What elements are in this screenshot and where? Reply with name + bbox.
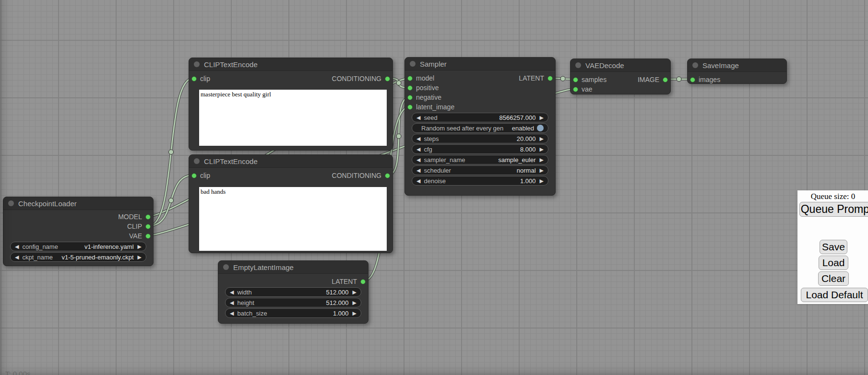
clear-button[interactable]: Clear [818, 271, 849, 286]
input-slot-vae[interactable] [573, 87, 578, 92]
increment-arrow-icon[interactable]: ▶ [353, 290, 357, 295]
node-vae-decode[interactable]: VAEDecode samples IMAGE vae [570, 59, 671, 94]
slot-row: CLIP [3, 222, 153, 231]
output-slot-clip[interactable] [145, 224, 151, 229]
node-title-bar[interactable]: VAEDecode [571, 59, 670, 72]
node-title-bar[interactable]: EmptyLatentImage [218, 261, 368, 274]
collapse-dot-icon[interactable] [194, 61, 200, 67]
output-slot-image[interactable] [663, 77, 668, 82]
widget-sampler-name[interactable]: ◀ sampler_name sample_euler ▶ [412, 155, 548, 164]
increment-arrow-icon[interactable]: ▶ [353, 311, 357, 316]
collapse-dot-icon[interactable] [410, 61, 416, 67]
load-default-button[interactable]: Load Default [801, 288, 868, 302]
decrement-arrow-icon[interactable]: ◀ [416, 136, 420, 141]
node-title: VAEDecode [585, 61, 624, 70]
collapse-dot-icon[interactable] [692, 62, 698, 68]
increment-arrow-icon[interactable]: ▶ [540, 147, 544, 152]
toggle-circle-icon[interactable] [537, 125, 544, 131]
collapse-dot-icon[interactable] [8, 200, 14, 206]
node-title-bar[interactable]: Sampler [405, 58, 555, 70]
node-title-bar[interactable]: CheckpointLoader [3, 197, 153, 210]
input-slot-model[interactable] [407, 76, 413, 81]
widget-config-name[interactable]: ◀ config_name v1-inference.yaml ▶ [10, 242, 146, 251]
input-slot-positive[interactable] [407, 85, 413, 91]
node-title-bar[interactable]: CLIPTextEncode [189, 155, 392, 168]
decrement-arrow-icon[interactable]: ◀ [416, 115, 420, 120]
increment-arrow-icon[interactable]: ▶ [540, 115, 544, 120]
node-title-bar[interactable]: CLIPTextEncode [189, 58, 392, 71]
queue-prompt-button[interactable]: Queue Prompt [799, 202, 868, 217]
input-label-vae: vae [582, 85, 593, 93]
input-slot-images[interactable] [690, 77, 695, 82]
node-sampler[interactable]: Sampler model LATENT positive negative l… [404, 57, 556, 196]
decrement-arrow-icon[interactable]: ◀ [416, 178, 420, 184]
input-slot-negative[interactable] [407, 95, 413, 100]
decrement-arrow-icon[interactable]: ◀ [15, 244, 19, 249]
widget-value: 8.000 [520, 146, 536, 153]
decrement-arrow-icon[interactable]: ◀ [230, 300, 234, 305]
widget-height[interactable]: ◀ height 512.000 ▶ [225, 298, 361, 307]
output-slot-vae[interactable] [145, 234, 151, 239]
widget-ckpt-name[interactable]: ◀ ckpt_name v1-5-pruned-emaonly.ckpt ▶ [10, 252, 146, 262]
widget-batch-size[interactable]: ◀ batch_size 1.000 ▶ [225, 308, 361, 318]
load-button[interactable]: Load [819, 256, 848, 270]
output-slot-model[interactable] [145, 214, 151, 220]
node-empty-latent-image[interactable]: EmptyLatentImage LATENT ◀ width 512.000 … [218, 260, 369, 324]
slot-row: latent_image [405, 102, 555, 112]
node-save-image[interactable]: SaveImage images [687, 59, 787, 84]
input-slot-samples[interactable] [573, 77, 578, 82]
input-slot-clip[interactable] [191, 173, 197, 178]
widget-scheduler[interactable]: ◀ scheduler normal ▶ [412, 165, 548, 175]
link-midpoint-dot [169, 150, 174, 154]
node-checkpoint-loader[interactable]: CheckpointLoader MODEL CLIP VAE ◀ config… [3, 197, 154, 266]
decrement-arrow-icon[interactable]: ◀ [416, 147, 420, 152]
positive-prompt-textarea[interactable]: masterpiece best quality girl [199, 90, 387, 146]
widget-width[interactable]: ◀ width 512.000 ▶ [225, 287, 361, 297]
output-slot-conditioning[interactable] [385, 173, 390, 178]
widget-label: width [237, 289, 251, 296]
widget-value: 512.000 [326, 299, 349, 306]
increment-arrow-icon[interactable]: ▶ [353, 300, 357, 305]
output-label-conditioning: CONDITIONING [332, 172, 381, 179]
increment-arrow-icon[interactable]: ▶ [540, 136, 544, 141]
decrement-arrow-icon[interactable]: ◀ [416, 168, 420, 173]
widget-value: v1-5-pruned-emaonly.ckpt [61, 254, 133, 261]
decrement-arrow-icon[interactable]: ◀ [416, 157, 420, 163]
increment-arrow-icon[interactable]: ▶ [540, 168, 544, 173]
widget-random-seed-toggle[interactable]: Random seed after every gen enabled [412, 123, 548, 133]
widget-label: config_name [22, 243, 58, 250]
widget-denoise[interactable]: ◀ denoise 1.000 ▶ [412, 176, 548, 186]
widget-value: 20.000 [517, 135, 536, 142]
node-clip-text-encode-positive[interactable]: CLIPTextEncode clip CONDITIONING masterp… [189, 58, 393, 151]
increment-arrow-icon[interactable]: ▶ [138, 244, 142, 249]
output-slot-latent[interactable] [547, 76, 553, 81]
widget-seed[interactable]: ◀ seed 8566257.000 ▶ [412, 113, 548, 122]
slot-row: positive [405, 83, 555, 93]
decrement-arrow-icon[interactable]: ◀ [15, 255, 19, 260]
queue-size-label: Queue size: 0 [797, 192, 868, 201]
input-slot-latent-image[interactable] [407, 105, 413, 110]
widget-value: 8566257.000 [499, 114, 536, 121]
input-slot-clip[interactable] [191, 76, 197, 82]
slot-row: MODEL [3, 212, 153, 222]
increment-arrow-icon[interactable]: ▶ [540, 157, 544, 163]
output-slot-latent[interactable] [360, 279, 366, 284]
collapse-dot-icon[interactable] [223, 264, 229, 270]
output-slot-conditioning[interactable] [385, 76, 390, 82]
widget-value: 1.000 [520, 177, 536, 185]
node-title-bar[interactable]: SaveImage [688, 59, 786, 72]
widget-cfg[interactable]: ◀ cfg 8.000 ▶ [412, 144, 548, 154]
slot-row: LATENT [218, 277, 368, 286]
collapse-dot-icon[interactable] [194, 158, 200, 164]
decrement-arrow-icon[interactable]: ◀ [230, 290, 234, 295]
decrement-arrow-icon[interactable]: ◀ [230, 311, 234, 316]
save-button[interactable]: Save [820, 240, 847, 254]
input-label-images: images [699, 76, 720, 83]
collapse-dot-icon[interactable] [575, 62, 581, 68]
increment-arrow-icon[interactable]: ▶ [540, 178, 544, 184]
increment-arrow-icon[interactable]: ▶ [138, 255, 142, 260]
widget-steps[interactable]: ◀ steps 20.000 ▶ [412, 134, 548, 143]
input-label-clip: clip [200, 75, 210, 82]
negative-prompt-textarea[interactable]: bad hands [199, 187, 387, 251]
node-clip-text-encode-negative[interactable]: CLIPTextEncode clip CONDITIONING bad han… [189, 154, 393, 253]
